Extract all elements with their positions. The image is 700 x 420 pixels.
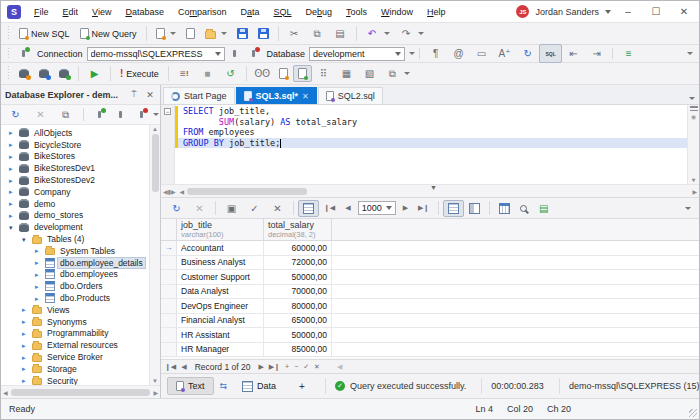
new-table-button[interactable]: ▧ — [358, 64, 381, 83]
last-page-button[interactable]: ▶❙ — [413, 201, 434, 215]
cell-job-title[interactable]: Business Analyst — [177, 256, 264, 270]
export-results-button[interactable]: ▤ — [532, 199, 555, 218]
increase-indent-button[interactable]: ⇥ — [585, 44, 608, 63]
tree-item[interactable]: dbo.employees — [1, 269, 160, 281]
chevron-icon[interactable] — [22, 354, 29, 361]
cell-total-salary[interactable]: 70000,00 — [264, 285, 332, 299]
toolbar-overflow-chevron-icon[interactable] — [687, 52, 693, 55]
results-overflow-chevron-icon[interactable] — [685, 207, 691, 210]
save-button[interactable] — [232, 25, 253, 42]
tab-list-chevron-icon[interactable] — [689, 97, 695, 100]
paging-toggle-button[interactable] — [298, 200, 319, 217]
user-name[interactable]: Jordan Sanders — [535, 7, 599, 17]
cell-total-salary[interactable]: 50000,00 — [264, 328, 332, 342]
history-button[interactable]: ↺ — [219, 64, 242, 83]
menu-item[interactable]: View — [85, 1, 118, 22]
editor-vertical-scrollbar[interactable]: ▣ ▼ — [687, 105, 699, 184]
cut-button[interactable]: ✂ — [283, 24, 306, 43]
scrollbar-thumb[interactable] — [11, 389, 151, 396]
table-row[interactable]: DevOps Engineer 80000,00 — [161, 299, 699, 314]
tree-item[interactable]: Company — [1, 186, 160, 198]
row-selector[interactable] — [161, 241, 177, 255]
tree-item[interactable]: development — [1, 221, 160, 233]
cell-job-title[interactable]: Financial Analyst — [177, 314, 264, 328]
explorer-duplicate-button[interactable]: ⧉ — [54, 105, 77, 124]
fold-toggle-icon[interactable]: − — [164, 108, 171, 115]
tree-item[interactable]: dbo.employee_details — [1, 257, 160, 269]
paste-button[interactable]: ▤ — [329, 24, 352, 43]
tree-item[interactable]: demo_stores — [1, 210, 160, 222]
menu-item[interactable]: Tools — [339, 1, 374, 22]
swap-views-icon[interactable]: ⇆ — [220, 381, 228, 391]
tab-text-view[interactable]: Text — [167, 377, 214, 395]
new-file-button[interactable] — [181, 25, 200, 42]
chevron-icon[interactable] — [35, 271, 42, 278]
chevron-icon[interactable] — [22, 236, 29, 243]
cell-job-title[interactable]: Customer Support — [177, 270, 264, 284]
query-profiler-button[interactable]: ʘʘ — [251, 64, 274, 83]
chevron-icon[interactable] — [35, 259, 42, 266]
toolbar-grip[interactable] — [6, 66, 11, 81]
refresh-database-button[interactable] — [34, 66, 54, 81]
chevron-icon[interactable] — [22, 306, 29, 313]
align-button[interactable]: ≡ — [617, 44, 640, 63]
tree-item[interactable]: dbo.Products — [1, 292, 160, 304]
scroll-up-icon[interactable]: ▲ — [152, 126, 158, 132]
diagram-button[interactable]: ▦ — [335, 64, 358, 83]
tab-start-page[interactable]: Start Page — [163, 87, 235, 104]
cell-total-salary[interactable]: 80000,00 — [264, 299, 332, 313]
new-document-chevron-icon[interactable] — [170, 32, 176, 35]
export-data-button[interactable] — [274, 65, 293, 82]
scroll-left-icon[interactable]: ◀ — [337, 363, 342, 371]
toolbar-overflow-chevron-icon[interactable] — [409, 52, 415, 55]
user-avatar[interactable]: JS — [516, 5, 529, 18]
table-row[interactable]: HR Manager 85000,00 — [161, 343, 699, 358]
cell-job-title[interactable]: DevOps Engineer — [177, 299, 264, 313]
menu-item[interactable]: Comparison — [171, 1, 234, 22]
explorer-disconnect-button[interactable] — [132, 107, 151, 122]
comment-button[interactable]: ¶ — [424, 44, 447, 63]
explorer-connect-button[interactable] — [111, 107, 130, 122]
row-selector[interactable] — [161, 270, 177, 284]
cell-job-title[interactable]: Accountant — [177, 241, 264, 255]
window-layout-button[interactable]: ⧉ — [381, 64, 415, 83]
toolbar-grip[interactable] — [6, 26, 11, 41]
table-row[interactable]: Accountant 60000,00 — [161, 241, 699, 256]
prev-record-icon[interactable]: ◀ — [181, 363, 186, 371]
query-builder-button[interactable]: ⠿ — [312, 64, 335, 83]
results-cancel-button[interactable]: ✕ — [188, 199, 211, 218]
card-view-button[interactable] — [464, 200, 485, 217]
cell-job-title[interactable]: HR Manager — [177, 343, 264, 357]
tree-item[interactable]: Security — [1, 375, 160, 385]
chevron-icon[interactable] — [22, 342, 29, 349]
table-row[interactable]: Data Analyst 70000,00 — [161, 285, 699, 300]
menu-item[interactable]: Edit — [56, 1, 86, 22]
execute-script-button[interactable]: ≡! — [173, 64, 196, 83]
save-all-button[interactable] — [253, 25, 274, 42]
connection-select[interactable]: demo-mssql\SQLEXPRESS — [87, 47, 225, 61]
menu-item[interactable]: File — [27, 1, 56, 22]
new-sql-button[interactable]: New SQL — [14, 25, 75, 42]
snapshot-button[interactable]: ▣ — [220, 199, 243, 218]
row-selector[interactable] — [161, 299, 177, 313]
mention-button[interactable]: @ — [447, 44, 470, 63]
menu-item[interactable]: Data — [233, 1, 266, 22]
delete-record-icon[interactable]: − — [294, 363, 298, 370]
row-selector[interactable] — [161, 256, 177, 270]
sql-editor[interactable]: − SELECT job_title, SUM(salary) AS total… — [161, 104, 699, 184]
tab-data-view[interactable]: Data — [233, 377, 285, 396]
execute-button[interactable]: !Execute — [115, 65, 164, 82]
scroll-down-icon[interactable]: ▼ — [692, 176, 696, 183]
tree-item[interactable]: Synonyms — [1, 316, 160, 328]
minimize-button[interactable]: – — [617, 3, 639, 21]
first-record-icon[interactable]: ❙◀ — [165, 363, 176, 371]
editor-horizontal-scrollbar[interactable]: ◀▮▶ ◀ ▼ ▶ — [161, 184, 699, 197]
next-record-icon[interactable]: ▶ — [258, 363, 263, 371]
explorer-new-connection-button[interactable] — [90, 107, 109, 122]
tree-item[interactable]: AllObjects — [1, 127, 160, 139]
scrollbar-thumb[interactable] — [187, 188, 307, 195]
tree-item[interactable]: Views — [1, 304, 160, 316]
pin-icon[interactable]: ⍑ — [128, 89, 140, 100]
tree-item[interactable]: Programmability — [1, 328, 160, 340]
new-query-button[interactable]: New Query — [75, 25, 142, 42]
